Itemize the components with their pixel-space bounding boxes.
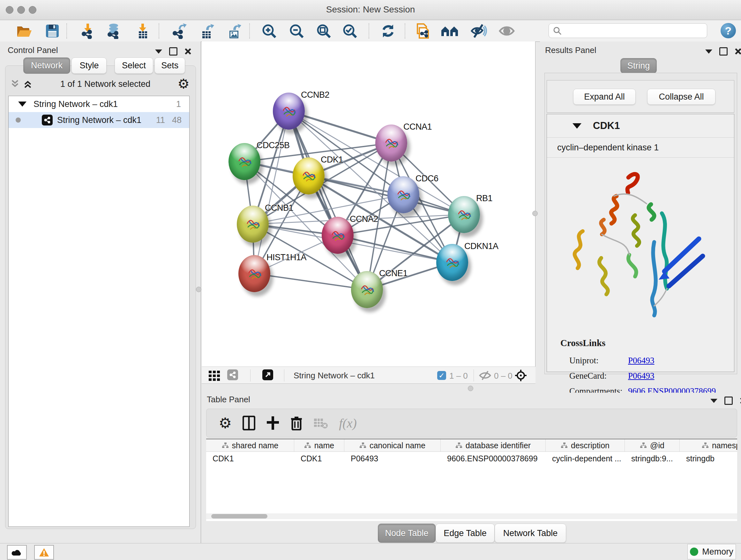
save-session-button[interactable] xyxy=(44,23,61,39)
column-header[interactable]: shared name xyxy=(206,439,294,451)
network-row[interactable]: String Network – cdk1 11 48 xyxy=(9,112,189,128)
expand-all-networks-icon[interactable] xyxy=(22,79,33,89)
column-type-icon xyxy=(640,442,647,449)
table-cell[interactable]: CDK1 xyxy=(294,454,344,463)
zoom-fit-button[interactable] xyxy=(315,23,333,39)
column-header[interactable]: canonical name xyxy=(344,439,441,451)
float-panel-icon[interactable] xyxy=(719,47,728,56)
crosslink-row: GeneCard: P06493 xyxy=(569,368,734,383)
network-node-cdc25b[interactable] xyxy=(228,143,260,180)
network-node-ccna1[interactable] xyxy=(375,125,407,162)
network-collection-row[interactable]: String Network – cdk1 1 xyxy=(9,96,189,112)
first-neighbors-button[interactable] xyxy=(441,23,459,39)
network-node-cdc6[interactable] xyxy=(387,176,419,213)
function-builder-icon[interactable]: f(x) xyxy=(339,416,357,431)
table-cell[interactable]: stringdb:9... xyxy=(625,454,680,463)
right-splitter-handle[interactable] xyxy=(532,211,538,216)
tab-network-table[interactable]: Network Table xyxy=(495,523,566,543)
import-network-from-database-button[interactable] xyxy=(105,23,123,39)
tab-style[interactable]: Style xyxy=(71,57,107,74)
collection-label: String Network – cdk1 xyxy=(33,99,176,109)
network-options-gear-icon[interactable]: ⚙ xyxy=(178,77,190,91)
panel-menu-icon[interactable] xyxy=(705,50,712,54)
network-node-rb1[interactable] xyxy=(448,196,480,233)
gene-card-header[interactable]: CDK1 xyxy=(547,114,734,137)
column-header[interactable]: database identifier xyxy=(441,439,546,451)
zoom-selected-button[interactable] xyxy=(341,23,359,39)
toolbar-separator xyxy=(66,23,67,39)
memory-button[interactable]: Memory xyxy=(687,544,736,559)
network-node-cdk1[interactable] xyxy=(293,158,325,194)
table-cell[interactable]: cyclin-dependent ... xyxy=(546,454,625,463)
hide-selected-button[interactable] xyxy=(470,23,488,39)
import-table-button[interactable] xyxy=(134,23,151,39)
tab-string[interactable]: String xyxy=(620,58,657,73)
delete-column-trash-icon[interactable] xyxy=(290,416,302,430)
clone-network-button[interactable] xyxy=(414,23,432,39)
left-splitter-handle[interactable] xyxy=(196,287,201,292)
show-columns-icon[interactable] xyxy=(243,416,255,430)
expand-all-button[interactable]: Expand All xyxy=(573,89,636,105)
horizontal-scrollbar[interactable] xyxy=(206,513,737,519)
crosslink-value[interactable]: P06493 xyxy=(628,356,655,366)
table-cell[interactable]: P06493 xyxy=(344,454,441,463)
network-node-ccna2[interactable] xyxy=(322,217,354,254)
tab-edge-table[interactable]: Edge Table xyxy=(435,523,495,543)
table-cell[interactable]: CDK1 xyxy=(206,454,294,463)
tab-sets[interactable]: Sets xyxy=(154,57,185,74)
network-node-ccnb2[interactable] xyxy=(273,92,305,130)
export-network-button[interactable] xyxy=(171,23,188,39)
birdseye-view-icon[interactable] xyxy=(262,369,273,380)
float-panel-icon[interactable] xyxy=(169,47,178,56)
close-panel-icon[interactable] xyxy=(740,397,741,404)
column-header[interactable]: name xyxy=(294,439,344,451)
show-all-button[interactable] xyxy=(498,23,516,39)
tab-node-table[interactable]: Node Table xyxy=(378,523,435,543)
zoom-out-button[interactable] xyxy=(287,23,306,39)
network-node-cdkn1a[interactable] xyxy=(436,244,468,281)
scrollbar-thumb[interactable] xyxy=(211,514,267,518)
column-header[interactable]: @id xyxy=(625,439,680,451)
collection-expander-icon[interactable] xyxy=(18,102,26,107)
close-panel-icon[interactable] xyxy=(185,48,192,55)
tab-network[interactable]: Network xyxy=(23,57,70,74)
network-view-mode-icon[interactable] xyxy=(227,369,238,380)
add-column-icon[interactable] xyxy=(266,416,280,430)
network-node-ccne1[interactable] xyxy=(351,271,383,308)
column-header[interactable]: description xyxy=(546,439,625,451)
import-network-button[interactable] xyxy=(79,23,97,39)
close-panel-icon[interactable] xyxy=(735,48,741,55)
table-cell[interactable]: 9606.ENSP00000378699 xyxy=(441,454,546,463)
selected-checkbox-icon[interactable]: ✓ xyxy=(437,371,446,380)
collapse-all-networks-icon[interactable] xyxy=(10,79,20,89)
network-node-ccnb1[interactable] xyxy=(237,206,269,243)
column-header[interactable]: namespace xyxy=(680,439,737,451)
table-options-gear-icon[interactable]: ⚙ xyxy=(219,416,232,430)
node-label-rb1: RB1 xyxy=(476,193,492,203)
network-canvas[interactable]: CCNB2 CCNA1 CDC25B CDK1 CDC6 RB1 CCNB1 C… xyxy=(202,42,536,367)
collapse-all-button[interactable]: Collapse All xyxy=(647,89,716,105)
help-button[interactable]: ? xyxy=(721,23,736,38)
network-node-hist1h1a[interactable] xyxy=(239,255,270,292)
warnings-button[interactable] xyxy=(34,545,54,560)
table-row[interactable]: CDK1CDK1P064939606.ENSP00000378699cyclin… xyxy=(206,452,737,465)
panel-menu-icon[interactable] xyxy=(711,399,718,403)
gene-expander-icon[interactable] xyxy=(572,123,582,129)
refresh-button[interactable] xyxy=(379,23,397,39)
export-image-button[interactable] xyxy=(226,23,244,39)
toolbar-search[interactable] xyxy=(549,23,707,38)
search-input[interactable] xyxy=(562,26,697,36)
table-cell[interactable]: stringdb xyxy=(680,454,737,463)
tab-select[interactable]: Select xyxy=(115,57,153,74)
bottom-splitter-handle[interactable] xyxy=(468,386,473,391)
fit-selection-crosshair-icon[interactable] xyxy=(515,369,527,382)
delete-table-icon[interactable] xyxy=(313,417,328,429)
zoom-in-button[interactable] xyxy=(260,23,278,39)
open-session-button[interactable] xyxy=(15,23,33,39)
export-table-button[interactable] xyxy=(199,23,216,39)
cloud-status-button[interactable] xyxy=(7,545,27,560)
float-panel-icon[interactable] xyxy=(724,396,733,405)
panel-menu-icon[interactable] xyxy=(155,50,162,54)
crosslink-value[interactable]: P06493 xyxy=(628,371,655,381)
grid-mode-icon[interactable] xyxy=(209,371,222,381)
